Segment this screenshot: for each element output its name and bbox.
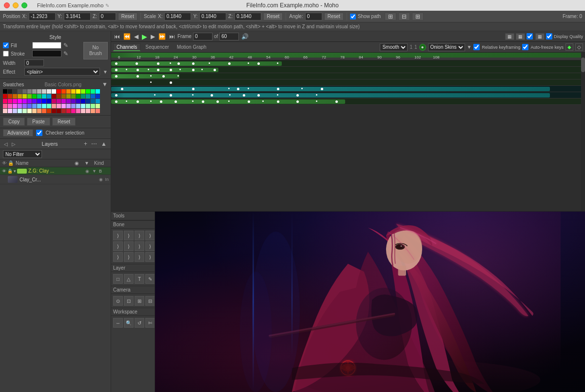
bone-tool-4[interactable]: ⟩ (145, 231, 155, 240)
layer-vis2-icon[interactable]: ◉ (85, 169, 92, 174)
swatch-cell[interactable] (37, 89, 41, 94)
relative-kf-checkbox[interactable] (473, 44, 480, 50)
swatch-cell[interactable] (37, 109, 41, 113)
swatch-cell[interactable] (37, 104, 41, 108)
swatch-cell[interactable] (3, 99, 7, 103)
pb-play[interactable]: ▶ (141, 33, 148, 40)
swatch-cell[interactable] (32, 109, 37, 113)
pb-prev[interactable]: ⏪ (122, 33, 132, 40)
display-icon3[interactable]: ▦ (535, 33, 545, 40)
swatch-cell[interactable] (27, 109, 32, 113)
bone-tool-3[interactable]: ⟩ (135, 231, 144, 240)
fill-checkbox[interactable] (3, 42, 9, 48)
layers-menu-icon[interactable]: ⋯ (90, 140, 98, 147)
swatch-cell[interactable] (13, 104, 17, 108)
layer-vis3-icon[interactable]: ◉ (99, 177, 103, 182)
swatch-cell[interactable] (61, 99, 66, 103)
swatch-cell[interactable] (32, 94, 37, 98)
timeline-scrollbar-thumb[interactable] (581, 58, 585, 72)
swatch-cell[interactable] (13, 109, 17, 113)
advanced-button[interactable]: Advanced (3, 129, 33, 137)
timeline-scrollbar[interactable] (581, 53, 585, 211)
fps-grid-icon2[interactable]: ▦ (516, 33, 525, 40)
swatch-cell[interactable] (52, 89, 56, 94)
swatch-cell[interactable] (57, 99, 61, 103)
swatch-cell[interactable] (71, 89, 76, 94)
layer-sub-clay[interactable]: Clay_Cr... ◉ In (0, 175, 111, 184)
swatch-cell[interactable] (8, 94, 12, 98)
swatch-cell[interactable] (18, 94, 22, 98)
swatch-cell[interactable] (96, 89, 100, 94)
layer-tool-3[interactable]: T (135, 274, 144, 284)
fill-edit-icon[interactable]: ✎ (63, 42, 68, 49)
pb-fwd[interactable]: ⏩ (157, 33, 167, 40)
track-row-3[interactable] (111, 73, 581, 79)
swatch-cell[interactable] (42, 89, 46, 94)
stroke-checkbox[interactable] (3, 51, 9, 57)
swatch-cell[interactable] (91, 89, 95, 94)
swatch-cell[interactable] (96, 94, 100, 98)
maximize-button[interactable] (21, 2, 27, 8)
layers-prev-icon[interactable]: ◁ (3, 141, 9, 147)
onion-toggle[interactable]: ● (419, 44, 426, 51)
path-icon3[interactable]: ⊞ (412, 13, 424, 20)
bone-tool-8[interactable]: ⟩ (145, 241, 155, 251)
pb-stepback[interactable]: ◀ (133, 33, 139, 40)
display-checkbox2[interactable] (546, 33, 552, 39)
swatch-cell[interactable] (66, 99, 71, 103)
swatch-cell[interactable] (37, 99, 41, 103)
swatch-cell[interactable] (76, 109, 80, 113)
bone-tool-5[interactable]: ⟩ (113, 241, 123, 251)
swatch-cell[interactable] (91, 104, 95, 108)
swatch-cell[interactable] (57, 89, 61, 94)
layer-expand-icon[interactable]: ▾ (14, 169, 16, 174)
stroke-edit-icon[interactable]: ✎ (63, 50, 68, 57)
swatch-cell[interactable] (86, 94, 90, 98)
bone-tool-1[interactable]: ⟩ (113, 231, 123, 240)
sz-input[interactable] (234, 13, 261, 20)
swatch-cell[interactable] (76, 104, 80, 108)
filter-select[interactable]: No Filter (3, 150, 42, 158)
swatch-cell[interactable] (27, 94, 32, 98)
swatch-cell[interactable] (37, 94, 41, 98)
swatch-cell[interactable] (3, 109, 7, 113)
swatch-cell[interactable] (52, 94, 56, 98)
swatch-cell[interactable] (47, 89, 51, 94)
track-row-2[interactable] (111, 67, 581, 73)
swatch-cell[interactable] (81, 104, 85, 108)
swatch-cell[interactable] (3, 94, 7, 98)
swatch-cell[interactable] (27, 89, 32, 94)
swatch-cell[interactable] (13, 89, 17, 94)
swatch-cell[interactable] (42, 99, 46, 103)
track-row-6[interactable] (111, 92, 581, 98)
swatch-cell[interactable] (52, 104, 56, 108)
layers-collapse-icon[interactable]: ▲ (100, 140, 108, 147)
swatch-cell[interactable] (8, 109, 12, 113)
swatch-cell[interactable] (3, 104, 7, 108)
swatch-cell[interactable] (61, 109, 66, 113)
checker-checkbox[interactable] (36, 130, 42, 136)
camera-tool-2[interactable]: ⊡ (124, 296, 134, 306)
frame-current-input[interactable] (193, 33, 213, 40)
sy-input[interactable] (199, 13, 226, 20)
swatch-cell[interactable] (8, 89, 12, 94)
swatch-cell[interactable] (47, 104, 51, 108)
swatch-cell[interactable] (22, 94, 27, 98)
tab-motiongraph[interactable]: Motion Graph (174, 44, 210, 50)
swatch-cell[interactable] (22, 109, 27, 113)
tab-sequencer[interactable]: Sequencer (142, 44, 172, 50)
swatch-cell[interactable] (86, 109, 90, 113)
y-input[interactable] (64, 13, 91, 20)
layers-next-icon[interactable]: ▷ (11, 141, 17, 147)
brush-box[interactable]: NoBrush (83, 42, 108, 59)
swatch-cell[interactable] (86, 104, 90, 108)
swatch-cell[interactable] (13, 94, 17, 98)
track-area[interactable] (111, 60, 581, 211)
z-input[interactable] (99, 13, 116, 20)
swatch-cell[interactable] (66, 89, 71, 94)
fill-color-swatch[interactable] (32, 42, 61, 49)
track-row-4[interactable] (111, 79, 581, 86)
swatch-cell[interactable] (57, 104, 61, 108)
swatch-cell[interactable] (61, 89, 66, 94)
pb-skipend[interactable]: ⏭ (168, 33, 176, 40)
